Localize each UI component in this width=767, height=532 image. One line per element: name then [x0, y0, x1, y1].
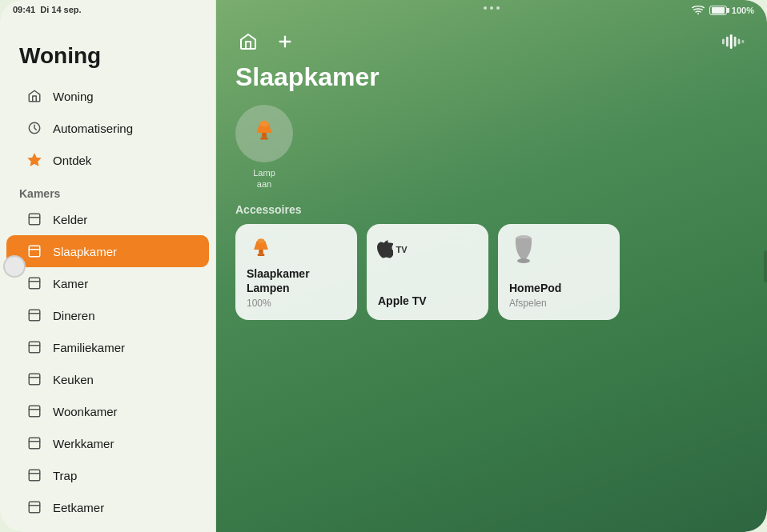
sidebar: 09:41 Di 14 sep. Woning Woning Automatis… — [0, 0, 216, 532]
app-container: 09:41 Di 14 sep. Woning Woning Automatis… — [0, 0, 767, 532]
svg-rect-7 — [29, 374, 40, 385]
sidebar-item-trap[interactable]: Trap — [6, 459, 209, 491]
svg-point-30 — [517, 258, 530, 263]
sidebar-item-ontdek[interactable]: Ontdek — [6, 144, 209, 176]
add-button[interactable] — [274, 30, 296, 53]
battery-percentage: 100% — [732, 6, 754, 15]
accessory-card-appletv[interactable]: TV Apple TV — [367, 224, 488, 320]
appletv-card-info: Apple TV — [378, 294, 477, 308]
svg-rect-9 — [29, 438, 40, 449]
sidebar-item-kelder[interactable]: Kelder — [6, 203, 209, 235]
sidebar-item-woonkamer[interactable]: Woonkamer — [6, 395, 209, 427]
ipad-home-button[interactable] — [3, 255, 26, 278]
lamp-circle[interactable] — [235, 105, 293, 162]
home-button[interactable] — [235, 29, 261, 54]
star-icon — [26, 151, 43, 169]
sidebar-item-slaapkamer[interactable]: Slaapkamer — [6, 235, 209, 267]
svg-rect-17 — [730, 34, 733, 49]
svg-rect-2 — [29, 214, 40, 225]
sidebar-item-eetkamer[interactable]: Eetkamer — [6, 491, 209, 523]
siri-button[interactable] — [719, 27, 748, 56]
svg-point-22 — [259, 121, 268, 127]
svg-point-12 — [697, 13, 699, 14]
sidebar-item-familiekamer[interactable]: Familiekamer — [6, 331, 209, 363]
svg-rect-27 — [259, 250, 263, 254]
lamp-label: Lamp aan — [253, 167, 275, 190]
svg-rect-6 — [29, 342, 40, 353]
accessory-card-lampen[interactable]: Slaapkamer Lampen 100% — [235, 224, 357, 320]
room-icon-trap — [26, 466, 43, 484]
sidebar-title: Woning — [0, 35, 215, 80]
svg-point-26 — [258, 238, 265, 243]
room-title: Slaapkamer — [216, 62, 767, 105]
more-dots[interactable] — [484, 6, 500, 10]
sidebar-item-dineren[interactable]: Dineren — [6, 299, 209, 331]
svg-rect-5 — [29, 310, 40, 321]
clock-icon — [26, 119, 43, 137]
svg-marker-1 — [29, 154, 41, 166]
room-icon-keuken — [26, 370, 43, 388]
status-time: 09:41 Di 14 sep. — [13, 5, 82, 14]
svg-rect-28 — [258, 254, 265, 256]
svg-rect-8 — [29, 406, 40, 417]
sidebar-item-keuken[interactable]: Keuken — [6, 363, 209, 395]
sidebar-item-woning[interactable]: Woning — [6, 80, 209, 112]
svg-rect-20 — [742, 40, 745, 43]
lamp-card-icon — [247, 235, 275, 264]
svg-rect-3 — [29, 246, 40, 257]
sidebar-item-kamer[interactable]: Kamer — [6, 267, 209, 299]
accessories-label: Accessoires — [235, 203, 748, 216]
accessories-grid: Slaapkamer Lampen 100% TV — [235, 224, 748, 320]
svg-rect-24 — [260, 138, 268, 140]
room-icon-slaapkamer — [26, 242, 43, 260]
svg-rect-15 — [722, 39, 725, 45]
lamp-icon-area: Lamp aan — [216, 105, 767, 203]
room-icon-dineren — [26, 306, 43, 324]
room-icon-familiekamer — [26, 338, 43, 356]
home-icon — [26, 87, 43, 105]
volume-button — [764, 250, 767, 282]
appletv-card-icon: TV — [378, 235, 407, 264]
accessory-card-homepod[interactable]: HomePod Afspelen — [498, 224, 620, 320]
status-bar-right: 100% — [692, 5, 754, 16]
main-content: 100% — [216, 0, 767, 532]
svg-rect-18 — [734, 37, 737, 47]
header-left — [235, 29, 296, 54]
room-icon-werkkamer — [26, 434, 43, 452]
svg-rect-10 — [29, 470, 40, 481]
sidebar-item-werkkamer[interactable]: Werkkamer — [6, 427, 209, 459]
lamp-accessory[interactable]: Lamp aan — [235, 105, 293, 190]
room-icon-eetkamer — [26, 498, 43, 516]
svg-rect-11 — [29, 502, 40, 513]
svg-rect-16 — [726, 37, 729, 47]
homepod-card-info: HomePod Afspelen — [509, 281, 608, 308]
room-icon-kamer — [26, 274, 43, 292]
wifi-status — [692, 5, 705, 16]
svg-rect-23 — [262, 133, 267, 138]
room-icon-kelder — [26, 210, 43, 228]
svg-rect-4 — [29, 278, 40, 289]
lamp-card-info: Slaapkamer Lampen 100% — [247, 266, 346, 308]
main-header — [216, 16, 767, 62]
room-icon-woonkamer — [26, 402, 43, 420]
kamers-section-header: Kamers — [0, 176, 215, 203]
homepod-card-icon — [509, 235, 538, 264]
svg-rect-19 — [738, 39, 741, 45]
accessories-section: Accessoires Slaapkamer Lampen 1 — [216, 203, 767, 320]
battery-status — [709, 6, 727, 15]
sidebar-item-automatisering[interactable]: Automatisering — [6, 112, 209, 144]
